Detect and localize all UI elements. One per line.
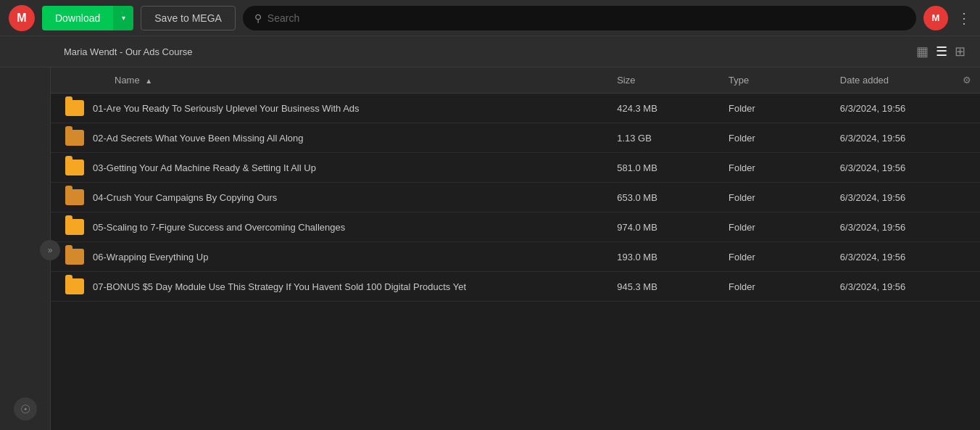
cell-type: Folder	[720, 272, 831, 302]
image-view-icon[interactable]: ▦	[916, 44, 929, 59]
avatar[interactable]: M	[923, 6, 948, 30]
folder-icon	[65, 249, 84, 265]
cell-name: 03-Getting Your Ad Machine Ready & Setti…	[51, 153, 608, 183]
folder-icon	[65, 189, 84, 205]
folder-icon	[65, 100, 84, 116]
cell-size: 424.3 MB	[608, 94, 720, 123]
cell-type: Folder	[720, 242, 831, 272]
main-content: » ☉ Name ▲ Size Type Date added ⚙	[0, 67, 980, 430]
download-dropdown-button[interactable]: ▾	[113, 6, 133, 30]
search-input[interactable]	[267, 12, 905, 24]
cell-size: 193.0 MB	[608, 242, 720, 272]
cell-type: Folder	[720, 153, 831, 183]
table-row[interactable]: 02-Ad Secrets What Youve Been Missing Al…	[51, 123, 980, 153]
folder-icon	[65, 219, 84, 235]
cell-date: 6/3/2024, 19:56	[831, 242, 980, 272]
cell-type: Folder	[720, 123, 831, 153]
cell-date: 6/3/2024, 19:56	[831, 212, 980, 242]
col-header-date[interactable]: Date added ⚙	[831, 67, 980, 94]
cell-name: 04-Crush Your Campaigns By Copying Ours	[51, 183, 608, 212]
file-name: 06-Wrapping Everything Up	[93, 252, 208, 262]
cell-name: 07-BONUS $5 Day Module Use This Strategy…	[51, 272, 608, 302]
sidebar: » ☉	[0, 67, 51, 430]
column-settings-icon[interactable]: ⚙	[963, 75, 971, 86]
breadcrumb: Maria Wendt - Our Ads Course	[64, 46, 193, 57]
cell-name: 06-Wrapping Everything Up	[51, 242, 608, 272]
table-row[interactable]: 05-Scaling to 7-Figure Success and Overc…	[51, 212, 980, 242]
file-name: 04-Crush Your Campaigns By Copying Ours	[93, 192, 277, 203]
file-name: 03-Getting Your Ad Machine Ready & Setti…	[93, 162, 316, 173]
file-name: 05-Scaling to 7-Figure Success and Overc…	[93, 222, 345, 233]
view-controls: ▦ ☰ ⊞	[916, 44, 966, 59]
download-btn-group: Download ▾	[42, 6, 133, 30]
grid-view-icon[interactable]: ⊞	[955, 44, 966, 59]
table-header: Name ▲ Size Type Date added ⚙	[51, 67, 980, 94]
cell-type: Folder	[720, 183, 831, 212]
cell-size: 581.0 MB	[608, 153, 720, 183]
chevron-right-icon: »	[48, 245, 53, 255]
sidebar-collapse-button[interactable]: »	[40, 240, 60, 260]
cell-size: 945.3 MB	[608, 272, 720, 302]
cell-name: 02-Ad Secrets What Youve Been Missing Al…	[51, 123, 608, 153]
cell-date: 6/3/2024, 19:56	[831, 123, 980, 153]
cell-date: 6/3/2024, 19:56	[831, 94, 980, 123]
circle-dashed-icon: ☉	[20, 402, 30, 416]
table-body: 01-Are You Ready To Seriously Uplevel Yo…	[51, 94, 980, 302]
cell-date: 6/3/2024, 19:56	[831, 183, 980, 212]
folder-icon	[65, 278, 84, 294]
search-bar: ⚲	[243, 6, 916, 30]
table-row[interactable]: 01-Are You Ready To Seriously Uplevel Yo…	[51, 94, 980, 123]
more-options-icon[interactable]: ⋮	[957, 9, 971, 27]
cell-date: 6/3/2024, 19:56	[831, 153, 980, 183]
folder-icon	[65, 160, 84, 175]
file-table-area: Name ▲ Size Type Date added ⚙ 01-Are You…	[51, 67, 980, 430]
cell-type: Folder	[720, 212, 831, 242]
mega-logo: M	[9, 5, 35, 31]
download-button[interactable]: Download	[42, 6, 113, 30]
file-name: 01-Are You Ready To Seriously Uplevel Yo…	[93, 103, 360, 114]
col-header-name[interactable]: Name ▲	[51, 67, 608, 94]
settings-sidebar-icon[interactable]: ☉	[14, 397, 37, 421]
col-header-size[interactable]: Size	[608, 67, 720, 94]
file-name: 07-BONUS $5 Day Module Use This Strategy…	[93, 281, 466, 292]
topbar: M Download ▾ Save to MEGA ⚲ M ⋮	[0, 0, 980, 36]
subtitle-bar: Maria Wendt - Our Ads Course ▦ ☰ ⊞	[0, 36, 980, 67]
file-table: Name ▲ Size Type Date added ⚙ 01-Are You…	[51, 67, 980, 302]
list-view-icon[interactable]: ☰	[936, 44, 947, 59]
sort-arrow-name: ▲	[145, 77, 152, 85]
cell-size: 1.13 GB	[608, 123, 720, 153]
table-row[interactable]: 03-Getting Your Ad Machine Ready & Setti…	[51, 153, 980, 183]
cell-size: 974.0 MB	[608, 212, 720, 242]
folder-icon	[65, 130, 84, 146]
cell-name: 05-Scaling to 7-Figure Success and Overc…	[51, 212, 608, 242]
table-row[interactable]: 04-Crush Your Campaigns By Copying Ours6…	[51, 183, 980, 212]
table-row[interactable]: 06-Wrapping Everything Up193.0 MBFolder6…	[51, 242, 980, 272]
cell-name: 01-Are You Ready To Seriously Uplevel Yo…	[51, 94, 608, 123]
cell-type: Folder	[720, 94, 831, 123]
col-header-type[interactable]: Type	[720, 67, 831, 94]
save-to-mega-button[interactable]: Save to MEGA	[141, 6, 236, 30]
topbar-right: M ⋮	[923, 6, 971, 30]
file-name: 02-Ad Secrets What Youve Been Missing Al…	[93, 133, 304, 144]
table-row[interactable]: 07-BONUS $5 Day Module Use This Strategy…	[51, 272, 980, 302]
search-icon: ⚲	[254, 12, 262, 24]
cell-date: 6/3/2024, 19:56	[831, 272, 980, 302]
cell-size: 653.0 MB	[608, 183, 720, 212]
chevron-down-icon: ▾	[122, 14, 125, 22]
